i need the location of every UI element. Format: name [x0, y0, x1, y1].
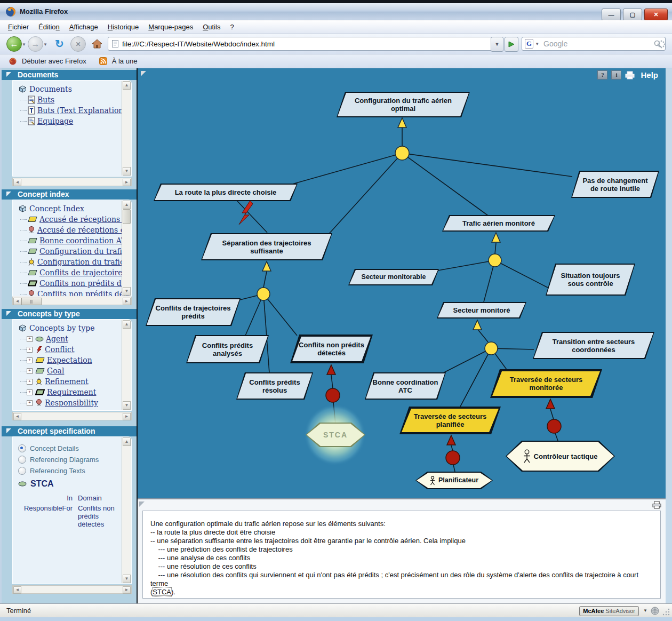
scroll-up-icon[interactable]: ▲	[123, 201, 131, 209]
bookmark-item[interactable]: Débuter avec Firefox	[5, 56, 89, 67]
address-bar[interactable]: file:///C:/Respect-IT/Website/Webdoc/ind…	[108, 37, 497, 51]
tree-item-link[interactable]: Buts	[37, 95, 54, 104]
tree-item-link[interactable]: Conflits non prédits détect	[39, 279, 130, 288]
home-button[interactable]	[90, 36, 104, 51]
collapse-icon[interactable]	[6, 72, 11, 77]
expand-plus-icon[interactable]: +	[27, 336, 33, 342]
forward-button[interactable]: →	[28, 36, 43, 52]
expand-plus-icon[interactable]: +	[27, 389, 33, 395]
tree-item-link[interactable]: Goal	[47, 367, 64, 375]
expand-plus-icon[interactable]: +	[27, 347, 33, 353]
goal-situation-sous-controle[interactable]: Situation toujours sous contrôle	[546, 264, 635, 296]
goal-conflits-predits-analyses[interactable]: Conflits prédits analysés	[186, 335, 269, 363]
expand-plus-icon[interactable]: +	[27, 368, 33, 374]
and-refinement-node[interactable]	[395, 146, 409, 160]
concepts-by-type-vscrollbar[interactable]: ▲▼	[122, 320, 131, 410]
responsibility-node[interactable]	[446, 451, 460, 465]
scroll-thumb[interactable]	[123, 209, 131, 224]
back-button[interactable]: ←	[6, 36, 22, 52]
collapse-icon[interactable]	[6, 192, 11, 196]
scroll-right-icon[interactable]: ►	[123, 298, 131, 305]
go-button[interactable]	[505, 37, 518, 52]
collapse-icon[interactable]	[6, 428, 11, 433]
menu-dition[interactable]: Édition	[34, 21, 65, 33]
scroll-up-icon[interactable]: ▲	[123, 437, 131, 446]
concept-specification-vscrollbar[interactable]: ▲▼	[122, 437, 131, 583]
scroll-left-icon[interactable]: ◄	[13, 586, 21, 594]
maximize-button[interactable]: ▢	[623, 9, 642, 21]
goal-bonne-coordination-atc[interactable]: Bonne coordination ATC	[365, 372, 446, 400]
mcafee-siteadvisor-button[interactable]: McAfeeSiteAdvisor	[579, 606, 639, 616]
goal-pas-changement-route[interactable]: Pas de changement de route inutile	[571, 171, 659, 198]
tree-item-link[interactable]: Requirement	[47, 388, 96, 396]
goal-conflits-predits-resolus[interactable]: Conflits prédits résolus	[236, 372, 313, 400]
radio-referencing-texts[interactable]	[18, 467, 26, 475]
menu-?[interactable]: ?	[225, 21, 238, 33]
responsibility-node[interactable]	[326, 388, 340, 402]
minimize-button[interactable]: —	[602, 9, 621, 21]
tree-item-link[interactable]: Accusé de réceptions émis	[37, 226, 130, 234]
forward-dropdown-icon[interactable]: ▼	[43, 42, 47, 47]
goal-trafic-aerien-monitore[interactable]: Trafic aérien monitoré	[442, 215, 555, 232]
concept-index-hscrollbar[interactable]: ◄►	[12, 297, 132, 305]
agent-planificateur[interactable]: Planificateur	[415, 472, 493, 489]
menu-fichier[interactable]: Fichier	[3, 21, 34, 33]
stca-link[interactable]: STCA	[153, 588, 171, 596]
stop-button[interactable]: ✕	[70, 36, 86, 52]
menu-affichage[interactable]: Affichage	[65, 21, 103, 33]
scroll-down-icon[interactable]: ▼	[123, 575, 131, 583]
close-button[interactable]: ✕	[644, 9, 668, 21]
goal-secteur-monitore[interactable]: Secteur monitoré	[437, 302, 526, 319]
tree-item-link[interactable]: Agent	[46, 335, 68, 343]
scroll-thumb[interactable]	[21, 298, 42, 305]
resize-grip[interactable]	[662, 608, 670, 616]
documents-vscrollbar[interactable]: ▲▼	[122, 81, 131, 176]
tree-item-link[interactable]: Equipage	[37, 117, 73, 125]
url-dropdown-icon[interactable]: ▼	[491, 37, 503, 52]
agent-stca[interactable]: STCA	[306, 423, 365, 447]
and-refinement-node[interactable]	[485, 342, 498, 355]
collapse-icon[interactable]	[139, 501, 145, 507]
concepts-by-type-hscrollbar[interactable]: ◄►	[12, 412, 132, 420]
goal-conflits-trajectoires-predits[interactable]: Conflits de trajectoires prédits	[146, 298, 241, 326]
requirement-traversee-secteurs-monitoree[interactable]: Traversée de secteurs monitorée	[490, 369, 602, 398]
panel-header-documents[interactable]: Documents	[2, 70, 137, 80]
scroll-left-icon[interactable]: ◄	[13, 298, 21, 305]
and-refinement-node[interactable]	[257, 288, 270, 300]
requirement-traversee-secteurs-planifiee[interactable]: Traversée de secteurs planifiée	[399, 407, 501, 434]
reload-button[interactable]: ↻	[52, 36, 67, 51]
tree-item-link[interactable]: Refinement	[45, 377, 89, 386]
concept-specification-hscrollbar[interactable]: ◄►	[12, 585, 132, 594]
goal-secteur-monitorable[interactable]: Secteur monitorable	[348, 269, 439, 285]
scroll-right-icon[interactable]: ►	[123, 179, 131, 186]
menu-marquepages[interactable]: Marque-pages	[143, 21, 198, 33]
scroll-right-icon[interactable]: ►	[123, 413, 131, 420]
requirement-conflits-non-predits-detectes[interactable]: Conflits non prédits détectés	[290, 335, 373, 363]
search-engine-dropdown-icon[interactable]: ▼	[535, 42, 539, 46]
scroll-left-icon[interactable]: ◄	[13, 413, 21, 420]
search-bar[interactable]: G ▼ Google	[522, 37, 666, 51]
goal-configuration-trafic-aerien-optimal[interactable]: Configuration du trafic aérien optimal	[337, 92, 470, 117]
expand-plus-icon[interactable]: +	[27, 357, 33, 363]
conflict-lightning-icon[interactable]	[239, 201, 253, 225]
radio-concept-details[interactable]	[18, 444, 26, 452]
goal-separation-trajectoires[interactable]: Séparation des trajectoires suffisante	[201, 233, 332, 260]
tree-item-link[interactable]: Responsibility	[45, 399, 98, 407]
scroll-down-icon[interactable]: ▼	[123, 287, 131, 296]
title-bar[interactable]: Mozilla Firefox — ▢ ✕	[0, 3, 672, 20]
tree-item-link[interactable]: Conflits de trajectoires pré	[39, 268, 130, 277]
scroll-down-icon[interactable]: ▼	[123, 167, 131, 176]
panel-header-concept-specification[interactable]: Concept specification	[2, 426, 137, 436]
radio-referencing-diagrams[interactable]	[18, 456, 26, 464]
back-dropdown-icon[interactable]: ▼	[22, 42, 26, 47]
responsibility-node[interactable]	[547, 419, 561, 433]
bookmark-item[interactable]: À la une	[96, 56, 140, 67]
scroll-up-icon[interactable]: ▲	[123, 81, 131, 90]
scroll-up-icon[interactable]: ▲	[123, 320, 131, 329]
goal-transition-secteurs-coordonnees[interactable]: Transition entre secteurs coordonnées	[533, 332, 654, 359]
expand-plus-icon[interactable]: +	[27, 400, 33, 406]
panel-header-concept-index[interactable]: Concept index	[2, 189, 137, 200]
collapse-icon[interactable]	[6, 311, 11, 316]
scroll-down-icon[interactable]: ▼	[123, 401, 131, 410]
tree-item-link[interactable]: Bonne coordination ATC	[39, 236, 130, 245]
